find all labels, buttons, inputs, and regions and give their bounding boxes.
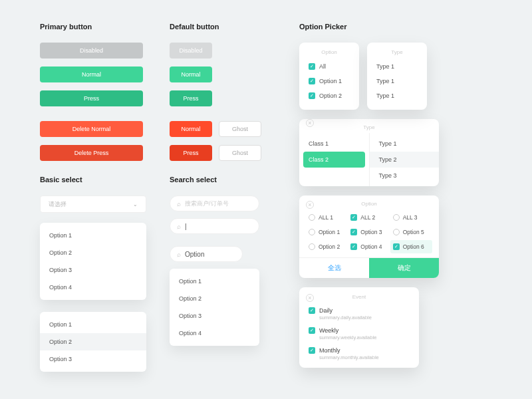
close-icon[interactable]: ×: [306, 294, 314, 302]
event-item[interactable]: ✓Daily summary.daily.available: [299, 304, 419, 324]
event-picker-panel: ×Event ✓Daily summary.daily.available ✓W…: [299, 287, 419, 368]
primary-disabled-button: Disabled: [40, 43, 143, 59]
search-dropdown: Option 1 Option 2 Option 3 Option 4: [170, 269, 259, 346]
grid-item-highlight[interactable]: ✓Option 6: [390, 240, 432, 253]
default-press-button[interactable]: Press: [170, 90, 212, 106]
primary-delete-press-button[interactable]: Delete Press: [40, 145, 143, 161]
default-button-title: Default button: [170, 23, 279, 31]
grid-item[interactable]: ALL 1: [306, 211, 348, 224]
confirm-button[interactable]: 确定: [369, 258, 439, 278]
type-picker-panel: Type Type 1 Type 1 Type 1: [367, 43, 427, 110]
checkbox-on-icon: ✓: [309, 307, 315, 314]
dual-right-item[interactable]: Type 1: [370, 136, 440, 152]
search-value: Option: [185, 251, 204, 258]
dual-left-item[interactable]: Class 1: [299, 136, 369, 152]
list-item[interactable]: Option 3: [170, 307, 259, 325]
search-placeholder: 搜索商户/订单号: [185, 200, 229, 208]
panel-header: Option: [361, 201, 377, 207]
list-item[interactable]: Option 1: [170, 273, 259, 290]
grid-item[interactable]: ALL 3: [390, 211, 432, 224]
checkbox-on-icon: ✓: [309, 347, 315, 354]
list-item[interactable]: Option 4: [170, 325, 259, 342]
grid-item[interactable]: ✓Option 3: [348, 225, 390, 239]
primary-delete-normal-button[interactable]: Delete Normal: [40, 121, 143, 137]
list-item[interactable]: Option 2: [40, 244, 146, 261]
search-icon: ⌕: [177, 251, 181, 258]
grid-item[interactable]: Option 2: [306, 240, 348, 253]
panel-header: Option: [299, 49, 359, 55]
radio-off-icon: [309, 214, 315, 221]
basic-select-dropdown: Option 1 Option 2 Option 3 Option 4: [40, 223, 146, 300]
picker-item[interactable]: Type 1: [367, 59, 427, 74]
default-danger-normal-button[interactable]: Normal: [170, 121, 212, 137]
ghost-button[interactable]: Ghost: [219, 145, 261, 161]
checkbox-on-icon: ✓: [309, 63, 315, 70]
close-icon[interactable]: ×: [306, 201, 314, 209]
list-item[interactable]: Option 3: [40, 261, 146, 279]
list-item[interactable]: Option 2: [170, 290, 259, 307]
text-cursor: |: [185, 223, 187, 230]
picker-item[interactable]: ✓All: [299, 59, 359, 74]
panel-header: Type: [367, 49, 427, 55]
search-icon: ⌕: [177, 200, 181, 207]
search-input-focused[interactable]: ⌕ |: [170, 218, 259, 234]
grid-picker-panel: ×Option ALL 1 ✓ALL 2 ALL 3 Option 1 ✓Opt…: [299, 196, 439, 278]
checkbox-on-icon: ✓: [350, 214, 357, 221]
primary-normal-button[interactable]: Normal: [40, 66, 143, 82]
basic-select-dropdown-2: Option 1 Option 2 Option 3: [40, 312, 146, 372]
select-all-button[interactable]: 全选: [299, 258, 369, 278]
radio-off-icon: [309, 229, 315, 235]
list-item[interactable]: Option 1: [40, 227, 146, 244]
grid-item[interactable]: Option 1: [306, 225, 348, 239]
option-picker-title: Option Picker: [299, 23, 446, 31]
panel-header: Event: [352, 294, 366, 300]
dual-right-item-selected[interactable]: Type 2: [370, 152, 440, 168]
panel-header: Type: [363, 124, 374, 130]
event-subtitle: summary.weekly.available: [319, 334, 410, 340]
search-icon: ⌕: [177, 223, 181, 230]
option-picker-panel: Option ✓All ✓Option 1 ✓Option 2: [299, 43, 359, 110]
ghost-button[interactable]: Ghost: [219, 121, 261, 137]
list-item[interactable]: Option 3: [40, 350, 146, 368]
default-danger-press-button[interactable]: Press: [170, 145, 212, 161]
checkbox-on-icon: ✓: [393, 243, 400, 250]
chevron-down-icon: ⌄: [133, 201, 138, 207]
default-disabled-button: Disabled: [170, 43, 212, 59]
picker-item[interactable]: Type 1: [367, 74, 427, 88]
checkbox-on-icon: ✓: [350, 243, 357, 250]
event-subtitle: summary.monthly.available: [319, 354, 410, 360]
checkbox-on-icon: ✓: [350, 229, 357, 235]
radio-off-icon: [393, 229, 400, 235]
list-item[interactable]: Option 1: [40, 316, 146, 333]
dual-picker-panel: ×Type Class 1 Class 2 Type 1 Type 2 Type…: [299, 119, 439, 186]
basic-select-placeholder: 请选择: [49, 200, 66, 209]
picker-item[interactable]: ✓Option 1: [299, 74, 359, 88]
primary-press-button[interactable]: Press: [40, 90, 143, 106]
picker-item[interactable]: Type 1: [367, 88, 427, 103]
checkbox-on-icon: ✓: [309, 78, 315, 84]
checkbox-on-icon: ✓: [309, 92, 315, 99]
grid-item[interactable]: Option 5: [390, 225, 432, 239]
event-item[interactable]: ✓Weekly summary.weekly.available: [299, 324, 419, 344]
list-item-selected[interactable]: Option 2: [40, 333, 146, 350]
search-select-title: Search select: [170, 176, 279, 184]
radio-off-icon: [309, 243, 315, 250]
basic-select-title: Basic select: [40, 176, 150, 184]
event-item[interactable]: ✓Monthly summary.monthly.available: [299, 344, 419, 364]
grid-item[interactable]: ✓ALL 2: [348, 211, 390, 224]
search-input[interactable]: ⌕ 搜索商户/订单号: [170, 196, 259, 211]
checkbox-on-icon: ✓: [309, 327, 315, 334]
event-subtitle: summary.daily.available: [319, 315, 410, 321]
close-icon[interactable]: ×: [306, 119, 314, 127]
basic-select-input[interactable]: 请选择 ⌄: [40, 196, 146, 213]
picker-item[interactable]: ✓Option 2: [299, 88, 359, 103]
primary-button-title: Primary button: [40, 23, 150, 31]
search-input-typed[interactable]: ⌕ Option: [170, 246, 243, 262]
dual-right-item[interactable]: Type 3: [370, 168, 440, 184]
grid-item[interactable]: ✓Option 4: [348, 240, 390, 253]
radio-off-icon: [393, 214, 400, 221]
default-normal-button[interactable]: Normal: [170, 66, 212, 82]
list-item[interactable]: Option 4: [40, 279, 146, 296]
dual-left-item-active[interactable]: Class 2: [303, 152, 365, 168]
